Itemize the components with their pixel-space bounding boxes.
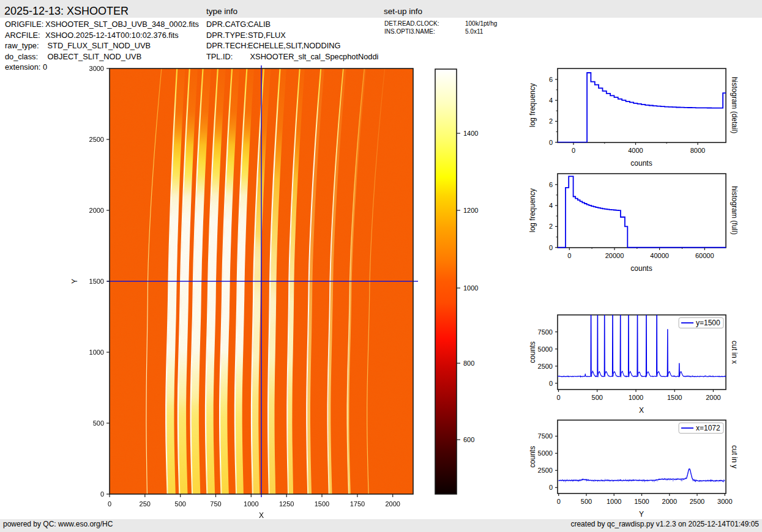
svg-text:counts: counts [528, 446, 537, 467]
svg-text:counts: counts [630, 159, 652, 168]
svg-text:1200: 1200 [463, 207, 478, 214]
svg-text:0: 0 [567, 252, 571, 259]
svg-text:log frequency: log frequency [528, 188, 537, 232]
svg-text:Y: Y [70, 279, 79, 284]
svg-text:counts: counts [528, 341, 537, 363]
svg-text:2500: 2500 [690, 498, 704, 505]
svg-text:600: 600 [463, 436, 474, 443]
svg-text:40000: 40000 [650, 252, 669, 259]
svg-text:0: 0 [549, 484, 553, 491]
svg-text:0: 0 [549, 139, 553, 146]
svg-text:750: 750 [210, 500, 221, 508]
svg-text:0: 0 [557, 498, 561, 505]
svg-text:4: 4 [549, 97, 553, 104]
svg-text:2: 2 [549, 117, 553, 125]
svg-text:cut in x: cut in x [730, 341, 739, 364]
svg-text:2000: 2000 [706, 394, 720, 401]
svg-text:2000: 2000 [662, 498, 677, 505]
svg-text:1000: 1000 [244, 500, 258, 508]
svg-text:20000: 20000 [605, 252, 624, 259]
svg-text:500: 500 [581, 498, 592, 505]
svg-text:1500: 1500 [667, 394, 682, 401]
svg-text:6: 6 [549, 181, 553, 188]
svg-text:2500: 2500 [89, 136, 104, 143]
svg-text:1500: 1500 [634, 498, 649, 505]
svg-text:0: 0 [549, 380, 553, 387]
svg-text:Y: Y [639, 510, 644, 519]
svg-text:2000: 2000 [89, 207, 104, 214]
svg-text:2000: 2000 [385, 500, 400, 508]
svg-text:0: 0 [549, 244, 553, 251]
svg-text:0: 0 [100, 490, 104, 498]
svg-text:0: 0 [556, 394, 560, 401]
svg-text:histogram (full): histogram (full) [730, 186, 739, 234]
svg-text:1000: 1000 [89, 349, 104, 356]
svg-text:2500: 2500 [538, 363, 553, 370]
svg-text:1250: 1250 [279, 500, 294, 508]
svg-text:x=1072: x=1072 [696, 424, 720, 432]
svg-text:1000: 1000 [607, 498, 621, 505]
svg-text:500: 500 [93, 419, 104, 427]
svg-text:6: 6 [549, 76, 553, 83]
svg-text:8000: 8000 [690, 147, 705, 154]
svg-text:500: 500 [592, 394, 603, 401]
svg-text:1500: 1500 [315, 500, 329, 508]
svg-text:1000: 1000 [629, 394, 643, 401]
svg-text:0: 0 [108, 500, 111, 508]
svg-text:log frequency: log frequency [528, 83, 537, 127]
svg-text:3000: 3000 [717, 498, 732, 505]
svg-text:2500: 2500 [538, 467, 553, 474]
svg-text:counts: counts [630, 264, 652, 273]
svg-text:2: 2 [549, 223, 553, 230]
svg-text:X: X [259, 511, 264, 520]
svg-text:X: X [639, 406, 644, 415]
svg-text:1000: 1000 [463, 284, 478, 292]
svg-text:5000: 5000 [538, 449, 553, 457]
svg-text:4: 4 [549, 202, 553, 209]
svg-text:y=1500: y=1500 [696, 319, 720, 327]
svg-text:250: 250 [140, 500, 151, 508]
svg-text:0: 0 [572, 147, 575, 154]
svg-text:1500: 1500 [89, 278, 104, 285]
svg-text:800: 800 [463, 360, 474, 367]
svg-text:7500: 7500 [538, 432, 553, 440]
svg-text:1750: 1750 [350, 500, 365, 508]
svg-text:cut in y: cut in y [730, 445, 739, 468]
svg-text:5000: 5000 [538, 345, 553, 353]
svg-text:500: 500 [175, 500, 186, 508]
svg-text:4000: 4000 [628, 147, 643, 154]
svg-text:7500: 7500 [538, 328, 553, 336]
svg-text:60000: 60000 [695, 252, 714, 259]
svg-text:histogram (detail): histogram (detail) [730, 77, 739, 134]
svg-text:1400: 1400 [463, 130, 478, 137]
svg-text:3000: 3000 [89, 65, 104, 72]
